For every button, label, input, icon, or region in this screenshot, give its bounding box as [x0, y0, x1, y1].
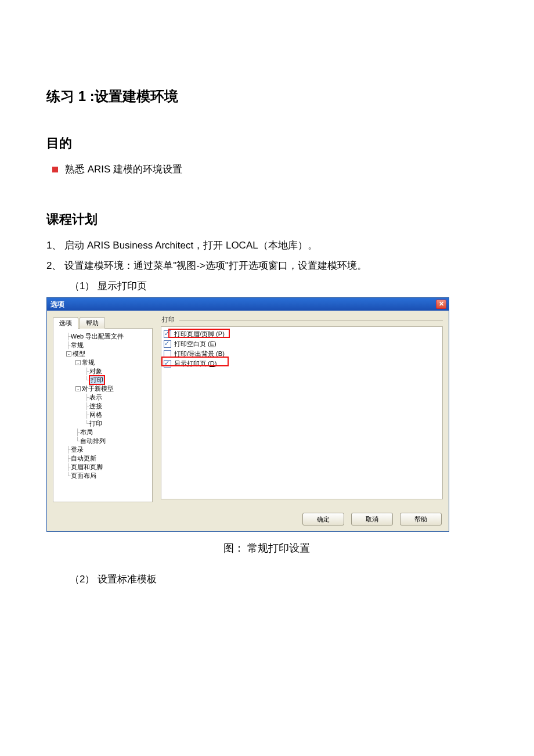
- cancel-button[interactable]: 取消: [351, 513, 393, 525]
- expand-icon[interactable]: -: [66, 351, 71, 357]
- substep-1: （1） 显示打印页: [70, 279, 488, 293]
- expand-icon[interactable]: -: [75, 386, 81, 391]
- goal-text: 熟悉 ARIS 建模的环境设置: [65, 163, 182, 176]
- options-dialog: 选项 ✕ 选项 帮助 ├Web 导出配置文件 ├常规 -模型 -常规 ├对象 └…: [46, 297, 449, 532]
- bullet-icon: [52, 167, 58, 172]
- close-icon[interactable]: ✕: [436, 300, 446, 309]
- section-goal-heading: 目的: [46, 135, 488, 152]
- substep-2: （2） 设置标准模板: [70, 573, 488, 586]
- ok-button[interactable]: 确定: [302, 513, 344, 525]
- page-title: 练习 1 :设置建模环境: [46, 87, 488, 106]
- tab-options[interactable]: 选项: [53, 317, 78, 329]
- figure-caption: 图： 常规打印设置: [46, 541, 488, 555]
- step-2: 2、 设置建模环境：通过菜单"视图->选项"打开选项窗口，设置建模环境。: [46, 259, 488, 272]
- check-print-blank-page[interactable]: 打印空白页 (E): [164, 339, 439, 349]
- options-tree[interactable]: ├Web 导出配置文件 ├常规 -模型 -常规 ├对象 └打印 -对于新模型 ├…: [56, 332, 150, 480]
- dialog-title: 选项: [50, 300, 64, 309]
- check-print-header-footer[interactable]: 打印页眉/页脚 (P): [164, 329, 439, 339]
- options-tree-panel: ├Web 导出配置文件 ├常规 -模型 -常规 ├对象 └打印 -对于新模型 ├…: [53, 328, 153, 502]
- tab-help[interactable]: 帮助: [80, 317, 105, 329]
- checkbox-icon[interactable]: [164, 360, 171, 368]
- print-options-panel: 打印页眉/页脚 (P) 打印空白页 (E) 打印/导出背景 (B) 显示打印页 …: [161, 326, 443, 499]
- dialog-titlebar[interactable]: 选项 ✕: [47, 298, 449, 311]
- checkbox-icon[interactable]: [164, 340, 171, 348]
- tree-selected-node[interactable]: 打印: [89, 376, 104, 384]
- group-label-print: 打印: [162, 315, 443, 324]
- checkbox-icon[interactable]: [164, 330, 171, 338]
- goal-bullet: 熟悉 ARIS 建模的环境设置: [52, 163, 488, 176]
- checkbox-icon[interactable]: [164, 350, 171, 358]
- check-show-print-page[interactable]: 显示打印页 (D): [164, 359, 439, 369]
- help-button[interactable]: 帮助: [400, 513, 442, 525]
- check-print-background[interactable]: 打印/导出背景 (B): [164, 349, 439, 359]
- expand-icon[interactable]: -: [75, 360, 81, 365]
- section-plan-heading: 课程计划: [46, 211, 488, 228]
- step-1: 1、 启动 ARIS Business Architect，打开 LOCAL（本…: [46, 239, 488, 252]
